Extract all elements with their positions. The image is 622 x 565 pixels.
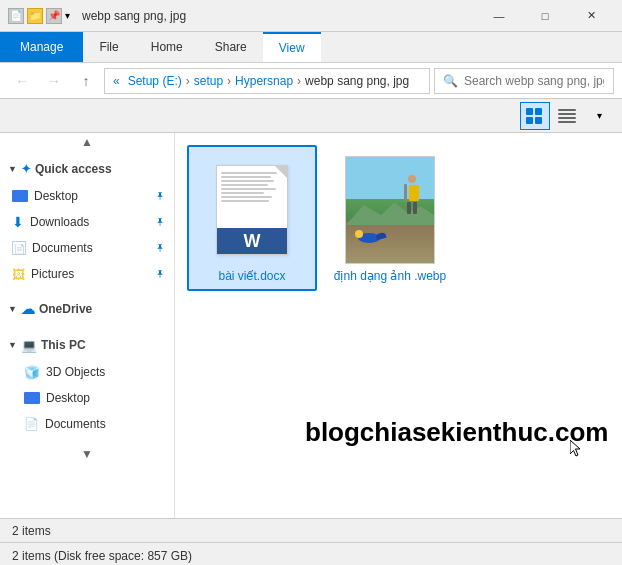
word-badge: W <box>217 228 287 254</box>
hiker-torso <box>404 184 419 202</box>
webp-scene <box>346 157 434 263</box>
minimize-button[interactable]: — <box>476 0 522 32</box>
hiker-stick <box>404 184 407 202</box>
thispc-section: ▼ 💻 This PC 🧊 3D Objects Desktop 📄 Docum… <box>0 327 174 437</box>
sidebar-pictures-label: Pictures <box>31 267 149 281</box>
dropdown-arrow-icon: ▾ <box>597 110 602 121</box>
word-doc-visual: W <box>216 165 288 255</box>
sidebar-scroll-down[interactable]: ▼ <box>0 445 174 463</box>
tab-manage[interactable]: Manage <box>0 32 83 62</box>
forward-button[interactable]: → <box>40 67 68 95</box>
quick-access-section: ▼ ✦ Quick access Desktop 🖈 ⬇ Downloads 🖈… <box>0 151 174 287</box>
quick-access-header[interactable]: ▼ ✦ Quick access <box>0 155 174 183</box>
quick-access-expand-icon: ▼ <box>8 164 17 174</box>
mountain-bg <box>346 200 434 225</box>
webp-file-name: định dạng ảnh .webp <box>334 269 446 285</box>
webp-file-icon <box>345 155 435 265</box>
pin-icon-2: 🖈 <box>155 216 166 228</box>
svg-rect-3 <box>535 117 542 124</box>
onedrive-icon: ☁ <box>21 301 35 317</box>
pictures-icon: 🖼 <box>12 267 25 282</box>
bird-body-wrap <box>358 233 380 243</box>
bird-figure <box>358 233 380 243</box>
pin-icon-4: 🖈 <box>155 268 166 280</box>
search-box[interactable]: 🔍 <box>434 68 614 94</box>
word-line-5 <box>221 188 276 190</box>
file-item-webp[interactable]: định dạng ảnh .webp <box>325 145 455 291</box>
sidebar-scroll-up[interactable]: ▲ <box>0 133 174 151</box>
sidebar-item-3dobjects[interactable]: 🧊 3D Objects <box>0 359 174 385</box>
svg-rect-0 <box>526 108 533 115</box>
downloads-icon: ⬇ <box>12 214 24 230</box>
sidebar-item-downloads[interactable]: ⬇ Downloads 🖈 <box>0 209 174 235</box>
main-layout: ▲ ▼ ✦ Quick access Desktop 🖈 ⬇ Downloads… <box>0 133 622 518</box>
svg-rect-2 <box>526 117 533 124</box>
pin-icon: 🖈 <box>155 190 166 202</box>
word-file-icon: W <box>207 155 297 265</box>
sidebar-downloads-label: Downloads <box>30 215 149 229</box>
svg-rect-7 <box>558 121 576 123</box>
svg-rect-1 <box>535 108 542 115</box>
toolbar: ▾ <box>0 99 622 133</box>
path-hypersnap[interactable]: Hypersnap <box>235 74 293 88</box>
tab-view[interactable]: View <box>263 32 321 62</box>
sidebar-desktop2-label: Desktop <box>46 391 166 405</box>
path-drive[interactable]: Setup (E:) <box>128 74 182 88</box>
search-input[interactable] <box>464 74 604 88</box>
status-bar: 2 items <box>0 518 622 542</box>
svg-rect-5 <box>558 113 576 115</box>
sidebar-documents-label: Documents <box>32 241 149 255</box>
svg-rect-4 <box>558 109 576 111</box>
close-button[interactable]: ✕ <box>568 0 614 32</box>
content-area: W bài viết.docx <box>175 133 622 518</box>
tab-home[interactable]: Home <box>135 32 199 62</box>
hiker-legs <box>407 202 417 214</box>
back-button[interactable]: ← <box>8 67 36 95</box>
thispc-header[interactable]: ▼ 💻 This PC <box>0 331 174 359</box>
sidebar-desktop-label: Desktop <box>34 189 149 203</box>
quick-access-star-icon: ✦ <box>21 162 31 176</box>
tab-file[interactable]: File <box>83 32 134 62</box>
onedrive-header[interactable]: ▼ ☁ OneDrive <box>0 295 174 323</box>
onedrive-label: OneDrive <box>39 302 92 316</box>
word-file-name: bài viết.docx <box>218 269 285 285</box>
title-dropdown[interactable]: ▾ <box>65 10 70 21</box>
title-icon-pin: 📌 <box>46 8 62 24</box>
view-dropdown-button[interactable]: ▾ <box>584 102 614 130</box>
file-item-word[interactable]: W bài viết.docx <box>187 145 317 291</box>
hiker-leg-right <box>413 202 417 214</box>
pin-icon-3: 🖈 <box>155 242 166 254</box>
sidebar: ▲ ▼ ✦ Quick access Desktop 🖈 ⬇ Downloads… <box>0 133 175 518</box>
bottom-text: 2 items (Disk free space: 857 GB) <box>12 549 192 563</box>
tab-share[interactable]: Share <box>199 32 263 62</box>
onedrive-section: ▼ ☁ OneDrive <box>0 291 174 323</box>
word-line-2 <box>221 176 271 178</box>
documents-icon: 📄 <box>12 241 26 255</box>
hiker-figure <box>404 175 419 214</box>
mouse-cursor <box>570 440 582 458</box>
thispc-icon: 💻 <box>21 338 37 353</box>
address-bar: ← → ↑ « Setup (E:) › setup › Hypersnap ›… <box>0 63 622 99</box>
sidebar-item-documents2[interactable]: 📄 Documents <box>0 411 174 437</box>
sidebar-item-desktop[interactable]: Desktop 🖈 <box>0 183 174 209</box>
view-large-icons-button[interactable] <box>520 102 550 130</box>
path-nav[interactable]: « <box>113 74 120 88</box>
hiker-leg-left <box>407 202 411 214</box>
address-path[interactable]: « Setup (E:) › setup › Hypersnap › webp … <box>104 68 430 94</box>
title-bar: 📄 📁 📌 ▾ webp sang png, jpg — □ ✕ <box>0 0 622 32</box>
sidebar-item-pictures[interactable]: 🖼 Pictures 🖈 <box>0 261 174 287</box>
watermark: blogchiasekienthuc.com <box>305 417 622 448</box>
path-setup[interactable]: setup <box>194 74 223 88</box>
bird-head <box>355 230 363 238</box>
up-button[interactable]: ↑ <box>72 67 100 95</box>
word-line-4 <box>221 184 268 186</box>
maximize-button[interactable]: □ <box>522 0 568 32</box>
sidebar-item-desktop2[interactable]: Desktop <box>0 385 174 411</box>
desktop-icon <box>12 190 28 202</box>
view-details-button[interactable] <box>552 102 582 130</box>
word-doc-lines <box>217 166 287 206</box>
sidebar-item-documents[interactable]: 📄 Documents 🖈 <box>0 235 174 261</box>
webp-thumb-visual <box>345 156 435 264</box>
bird-wing <box>375 232 386 240</box>
thispc-expand-icon: ▼ <box>8 340 17 350</box>
